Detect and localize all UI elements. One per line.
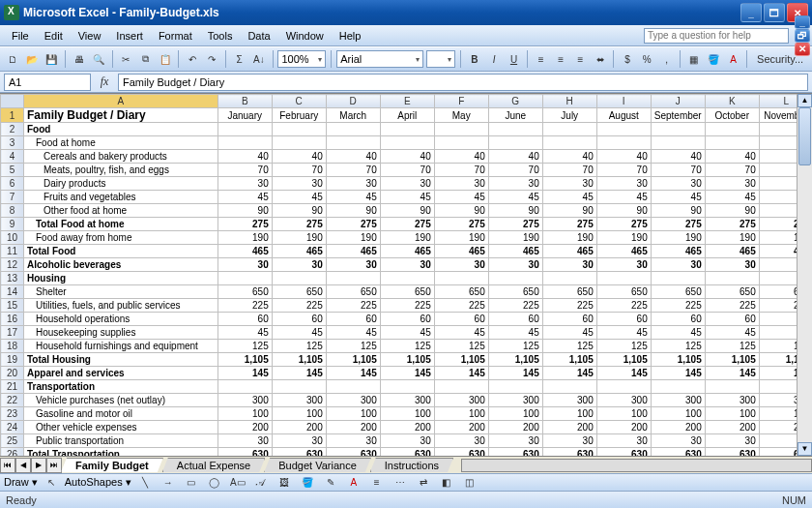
cell-F24[interactable]: 200 [434, 421, 488, 434]
cell-G13[interactable] [488, 272, 542, 285]
cell-I1[interactable]: August [596, 108, 651, 123]
cell-J2[interactable] [651, 123, 705, 136]
cell-I8[interactable]: 90 [596, 204, 651, 218]
cell-F2[interactable] [434, 123, 488, 136]
cell-J15[interactable]: 225 [651, 299, 705, 313]
cell-I16[interactable]: 60 [596, 313, 651, 326]
cell-G11[interactable]: 465 [488, 245, 542, 258]
currency-icon[interactable]: $ [619, 49, 635, 69]
cell-I14[interactable]: 650 [596, 285, 651, 299]
cell-K24[interactable]: 200 [705, 421, 759, 434]
cell-K25[interactable]: 30 [705, 434, 759, 448]
cell-E7[interactable]: 45 [380, 191, 434, 204]
cell-K4[interactable]: 40 [705, 150, 759, 164]
cell-A19[interactable]: Total Housing [24, 353, 218, 367]
cell-B10[interactable]: 190 [218, 231, 272, 245]
align-left-icon[interactable]: ≡ [533, 49, 549, 69]
cell-G9[interactable]: 275 [488, 218, 542, 231]
row-header-12[interactable]: 12 [1, 258, 24, 272]
font-color-icon[interactable]: A [344, 473, 363, 493]
cell-B9[interactable]: 275 [218, 218, 272, 231]
sort-asc-icon[interactable]: A↓ [250, 49, 267, 69]
row-header-18[interactable]: 18 [1, 340, 24, 353]
cell-B11[interactable]: 465 [218, 245, 272, 258]
sheet-tab-family-budget[interactable]: Family Budget [61, 458, 163, 472]
cell-K12[interactable]: 30 [705, 258, 759, 272]
fill-icon[interactable]: 🪣 [298, 473, 317, 493]
cell-K8[interactable]: 90 [705, 204, 759, 218]
row-header-23[interactable]: 23 [1, 407, 24, 421]
cell-I23[interactable]: 100 [596, 407, 651, 421]
cell-B7[interactable]: 45 [218, 191, 272, 204]
col-header-G[interactable]: G [488, 95, 542, 108]
cell-E3[interactable] [380, 136, 434, 150]
row-header-16[interactable]: 16 [1, 313, 24, 326]
cell-D6[interactable]: 30 [326, 177, 380, 191]
menu-format[interactable]: Format [151, 27, 200, 45]
cell-J8[interactable]: 90 [651, 204, 705, 218]
col-header-I[interactable]: I [596, 95, 651, 108]
cell-F7[interactable]: 45 [434, 191, 488, 204]
italic-button[interactable]: I [485, 49, 502, 69]
font-select[interactable]: Arial [336, 50, 423, 68]
select-objects-icon[interactable]: ↖ [42, 473, 61, 493]
3d-icon[interactable]: ◫ [460, 473, 479, 493]
cell-K6[interactable]: 30 [705, 177, 759, 191]
cell-B25[interactable]: 30 [218, 434, 272, 448]
fill-color-icon[interactable]: 🪣 [706, 49, 722, 69]
cell-A16[interactable]: Household operations [24, 313, 218, 326]
open-icon[interactable]: 📂 [23, 49, 40, 69]
cell-F18[interactable]: 125 [434, 340, 488, 353]
cell-E18[interactable]: 125 [380, 340, 434, 353]
cell-J22[interactable]: 300 [651, 394, 705, 407]
cell-I4[interactable]: 40 [596, 150, 651, 164]
cell-A20[interactable]: Apparel and services [24, 367, 218, 380]
cell-F19[interactable]: 1,105 [434, 353, 488, 367]
cell-C17[interactable]: 45 [272, 326, 326, 340]
cell-K2[interactable] [705, 123, 759, 136]
cell-C23[interactable]: 100 [272, 407, 326, 421]
scroll-down-icon[interactable]: ▼ [798, 442, 812, 456]
cell-C19[interactable]: 1,105 [272, 353, 326, 367]
cell-I19[interactable]: 1,105 [596, 353, 651, 367]
cell-H19[interactable]: 1,105 [542, 353, 596, 367]
cell-H15[interactable]: 225 [542, 299, 596, 313]
cell-B8[interactable]: 90 [218, 204, 272, 218]
cell-A2[interactable]: Food [24, 123, 218, 136]
col-header-J[interactable]: J [651, 95, 705, 108]
cell-A12[interactable]: Alcoholic beverages [24, 258, 218, 272]
cell-K21[interactable] [705, 380, 759, 394]
cell-F25[interactable]: 30 [434, 434, 488, 448]
cell-D10[interactable]: 190 [326, 231, 380, 245]
cell-J20[interactable]: 145 [651, 367, 705, 380]
cell-D8[interactable]: 90 [326, 204, 380, 218]
cell-G19[interactable]: 1,105 [488, 353, 542, 367]
tab-nav-next[interactable]: ▶ [31, 458, 46, 473]
line-icon[interactable]: ╲ [135, 473, 155, 493]
line-style-icon[interactable]: ≡ [367, 473, 387, 493]
row-header-14[interactable]: 14 [1, 285, 24, 299]
menu-file[interactable]: File [4, 27, 37, 45]
cell-F5[interactable]: 70 [434, 164, 488, 177]
cell-E20[interactable]: 145 [380, 367, 434, 380]
cell-I5[interactable]: 70 [596, 164, 651, 177]
save-icon[interactable]: 💾 [44, 49, 60, 69]
underline-button[interactable]: U [506, 49, 522, 69]
cell-E13[interactable] [380, 272, 434, 285]
cell-F3[interactable] [434, 136, 488, 150]
maximize-button[interactable]: 🗖 [764, 3, 785, 22]
cell-D12[interactable]: 30 [326, 258, 380, 272]
cell-J3[interactable] [651, 136, 705, 150]
cell-K23[interactable]: 100 [705, 407, 759, 421]
cell-J25[interactable]: 30 [651, 434, 705, 448]
align-right-icon[interactable]: ≡ [572, 49, 589, 69]
cell-A6[interactable]: Dairy products [24, 177, 218, 191]
cell-G8[interactable]: 90 [488, 204, 542, 218]
cell-E25[interactable]: 30 [380, 434, 434, 448]
cell-J14[interactable]: 650 [651, 285, 705, 299]
cell-D5[interactable]: 70 [326, 164, 380, 177]
cell-F21[interactable] [434, 380, 488, 394]
cell-C24[interactable]: 200 [272, 421, 326, 434]
cell-B19[interactable]: 1,105 [218, 353, 272, 367]
row-header-3[interactable]: 3 [1, 136, 24, 150]
